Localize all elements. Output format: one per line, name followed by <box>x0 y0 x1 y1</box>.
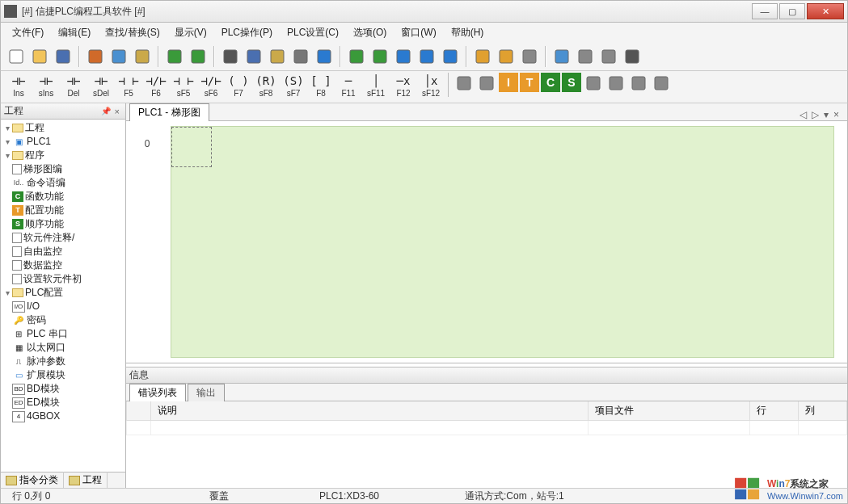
ladder-I-button[interactable]: I <box>499 73 518 92</box>
info-column-header[interactable]: 说明 <box>151 401 589 421</box>
menu-item[interactable]: 选项(O) <box>347 24 393 41</box>
menu-item[interactable]: 窗口(W) <box>394 24 442 41</box>
download-button[interactable] <box>346 46 367 67</box>
run-button[interactable] <box>416 46 437 67</box>
info-tab[interactable]: 错误列表 <box>129 384 186 401</box>
compare-button[interactable] <box>519 46 540 67</box>
tree-node[interactable]: ▾▣PLC1 <box>1 135 125 149</box>
new-button[interactable] <box>6 46 27 67</box>
tree-node[interactable]: C函数功能 <box>1 190 125 204</box>
ladder-sf7-button[interactable]: (S)sF7 <box>281 73 306 98</box>
ladder-f7-button[interactable]: ( )F7 <box>226 73 251 98</box>
upload-button[interactable] <box>369 46 390 67</box>
serial-button[interactable] <box>622 46 643 67</box>
tree-node[interactable]: T配置功能 <box>1 204 125 217</box>
unlock-button[interactable] <box>496 46 517 67</box>
ladder-del-button[interactable]: ⊣⊢Del <box>61 73 86 98</box>
paste-button[interactable] <box>132 46 153 67</box>
project-tree[interactable]: ▾工程▾▣PLC1▾程序梯形图编Id..命令语编C函数功能T配置功能S顺序功能软… <box>1 120 125 472</box>
ladder-sf8-button[interactable]: (R)sF8 <box>253 73 279 98</box>
ladder-del-v-button[interactable] <box>476 73 497 94</box>
table-button[interactable] <box>551 46 572 67</box>
redo-button[interactable] <box>188 46 209 67</box>
ladder-T-button[interactable]: T <box>520 73 539 92</box>
ladder-sdel-button[interactable]: ⊣⊢sDel <box>88 73 114 98</box>
pin-icon[interactable]: 📌 <box>99 107 112 116</box>
ladder-editor[interactable]: 0 <box>126 121 847 363</box>
copy-button[interactable] <box>108 46 129 67</box>
ladder-f6-button[interactable]: ⊣/⊢F6 <box>143 73 169 98</box>
info-column-header[interactable]: 列 <box>799 401 847 421</box>
tree-node[interactable]: I/OI/O <box>1 300 125 313</box>
menu-item[interactable]: 查找/替换(S) <box>99 24 166 41</box>
ladder-sf5-button[interactable]: ⊣ ⊢sF5 <box>171 73 196 98</box>
tree-node[interactable]: 梯形图编 <box>1 162 125 176</box>
save-button[interactable] <box>53 46 74 67</box>
tree-node[interactable]: ⎍脉冲参数 <box>1 355 125 368</box>
menu-item[interactable]: PLC设置(C) <box>281 24 345 41</box>
grid-button[interactable] <box>243 46 264 67</box>
tree-node[interactable]: 🔑密码 <box>1 313 125 327</box>
cut-button[interactable] <box>85 46 106 67</box>
sidebar-tab[interactable]: 指令分类 <box>1 472 64 489</box>
tree-node[interactable]: ▾程序 <box>1 149 125 162</box>
tree-node[interactable]: EDED模块 <box>1 396 125 410</box>
ladder-link-button[interactable] <box>583 73 604 94</box>
document-tab-active[interactable]: PLC1 - 梯形图 <box>129 103 209 121</box>
sidebar-close-icon[interactable]: × <box>112 107 122 116</box>
run-step-button[interactable] <box>393 46 414 67</box>
ladder-f5-button[interactable]: ⊣ ⊢F5 <box>116 73 141 98</box>
ladder-ins-button[interactable]: ⊣⊢Ins <box>6 73 32 98</box>
close-button[interactable]: ✕ <box>807 3 844 19</box>
print-button[interactable] <box>290 46 311 67</box>
tree-node[interactable]: 44GBOX <box>1 410 125 423</box>
ladder-f12-button[interactable]: ─xF12 <box>390 73 416 98</box>
menu-item[interactable]: 文件(F) <box>6 24 50 41</box>
ladder-ladder-view-button[interactable] <box>651 73 672 94</box>
tree-node[interactable]: 自由监控 <box>1 245 125 258</box>
zoom-button[interactable] <box>575 46 596 67</box>
info-column-header[interactable] <box>127 401 151 421</box>
ladder-zoom-in-button[interactable] <box>605 73 627 94</box>
tab-menu-icon[interactable]: ▾ <box>824 109 829 120</box>
tree-node[interactable]: Id..命令语编 <box>1 176 125 190</box>
ladder-canvas[interactable]: 0 <box>171 126 834 358</box>
info-tab[interactable]: 输出 <box>188 384 225 401</box>
ladder-del-h-button[interactable] <box>454 73 475 94</box>
tree-node[interactable]: ▾工程 <box>1 121 125 135</box>
tree-node[interactable]: ⊞PLC 串口 <box>1 327 125 341</box>
ladder-zoom-out-button[interactable] <box>628 73 649 94</box>
list-button[interactable] <box>267 46 288 67</box>
open-button[interactable] <box>29 46 50 67</box>
error-list-grid[interactable]: 说明项目文件行列 <box>126 401 847 488</box>
minimize-button[interactable]: — <box>752 3 778 19</box>
tab-prev-icon[interactable]: ◁ <box>799 109 807 120</box>
ladder-C-button[interactable]: C <box>541 73 560 92</box>
ladder-sf12-button[interactable]: │xsF12 <box>418 73 444 98</box>
info-column-header[interactable]: 项目文件 <box>589 401 750 421</box>
tree-node[interactable]: 数据监控 <box>1 258 125 272</box>
find-button[interactable] <box>220 46 241 67</box>
menu-item[interactable]: 显示(V) <box>168 24 213 41</box>
ladder-sf6-button[interactable]: ⊣/⊢sF6 <box>198 73 224 98</box>
config-button[interactable] <box>598 46 619 67</box>
ladder-sf11-button[interactable]: │sF11 <box>363 73 389 98</box>
tree-node[interactable]: BDBD模块 <box>1 382 125 396</box>
help-button[interactable] <box>314 46 335 67</box>
ladder-S-button[interactable]: S <box>562 73 581 92</box>
tree-node[interactable]: ▦以太网口 <box>1 341 125 355</box>
ladder-f11-button[interactable]: ─F11 <box>335 73 361 98</box>
sidebar-tab[interactable]: 工程 <box>64 472 108 489</box>
lock-button[interactable] <box>472 46 493 67</box>
ladder-f8-button[interactable]: [ ]F8 <box>308 73 334 98</box>
tree-node[interactable]: 软元件注释/ <box>1 231 125 245</box>
ladder-sins-button[interactable]: ⊣⊢sIns <box>33 73 59 98</box>
undo-button[interactable] <box>164 46 185 67</box>
tree-node[interactable]: ▭扩展模块 <box>1 368 125 382</box>
maximize-button[interactable]: ▢ <box>779 3 805 19</box>
menu-item[interactable]: 编辑(E) <box>52 24 97 41</box>
tab-close-icon[interactable]: × <box>833 109 839 120</box>
tree-node[interactable]: S顺序功能 <box>1 217 125 231</box>
tab-next-icon[interactable]: ▷ <box>812 109 819 120</box>
tree-node[interactable]: 设置软元件初 <box>1 272 125 286</box>
